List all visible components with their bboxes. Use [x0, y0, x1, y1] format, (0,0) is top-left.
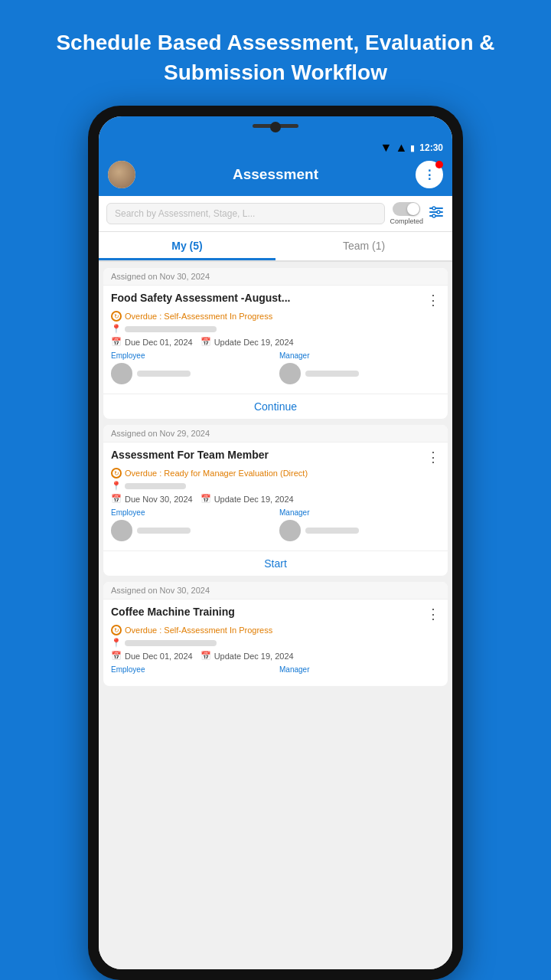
- card-action-1[interactable]: Continue: [103, 394, 448, 419]
- due-date-3: 📅 Due Dec 01, 2024: [111, 651, 193, 661]
- location-pin-2: 📍: [111, 481, 122, 491]
- manager-label-2: Manager: [279, 508, 440, 517]
- location-row-3: 📍: [111, 638, 440, 648]
- toggle-switch[interactable]: [393, 202, 420, 216]
- location-bar-3: [125, 640, 217, 646]
- toggle-label: Completed: [390, 217, 423, 225]
- card-title-1: Food Safety Assessment -August...: [111, 292, 422, 304]
- calendar-icon-2: 📅: [111, 494, 122, 504]
- search-area: Search by Assessment, Stage, L... Comple…: [99, 196, 452, 232]
- status-text-1: Overdue : Self-Assessment In Progress: [125, 312, 272, 321]
- people-row-2: Employee Manager: [111, 508, 440, 541]
- svg-point-5: [432, 214, 435, 217]
- card-menu-2[interactable]: ⋮: [422, 449, 440, 466]
- calendar-icon-2b: 📅: [201, 494, 211, 504]
- dates-row-2: 📅 Due Nov 30, 2024 📅 Update Dec 19, 2024: [111, 494, 440, 504]
- card-menu-3[interactable]: ⋮: [422, 606, 440, 622]
- calendar-icon-3b: 📅: [201, 651, 211, 661]
- card-menu-1[interactable]: ⋮: [422, 292, 440, 309]
- card-action-2[interactable]: Start: [103, 550, 448, 576]
- manager-name-1: [305, 371, 359, 377]
- app-header: Assessment ⋮: [99, 156, 452, 196]
- camera: [270, 122, 281, 132]
- employee-info-2: [111, 520, 272, 541]
- completed-toggle[interactable]: Completed: [390, 202, 423, 225]
- signal-icon: ▲: [395, 141, 407, 155]
- manager-block-1: Manager: [279, 351, 440, 384]
- assessment-card-1: Assigned on Nov 30, 2024 Food Safety Ass…: [103, 268, 448, 419]
- wifi-icon: ▼: [380, 141, 393, 155]
- location-pin-3: 📍: [111, 638, 122, 648]
- due-date-1: 📅 Due Dec 01, 2024: [111, 337, 193, 347]
- manager-info-1: [279, 363, 440, 384]
- cards-list: Assigned on Nov 30, 2024 Food Safety Ass…: [99, 262, 452, 969]
- employee-avatar-1: [111, 363, 132, 384]
- manager-avatar-1: [279, 363, 301, 384]
- svg-point-3: [432, 207, 435, 210]
- filter-icon[interactable]: [428, 204, 445, 224]
- employee-label-2: Employee: [111, 508, 272, 517]
- search-input[interactable]: Search by Assessment, Stage, L...: [106, 203, 385, 224]
- manager-name-2: [305, 528, 359, 534]
- update-date-2: 📅 Update Dec 19, 2024: [201, 494, 294, 504]
- manager-avatar-2: [279, 520, 301, 541]
- employee-block-3: Employee: [111, 665, 272, 677]
- tab-team[interactable]: Team (1): [276, 232, 452, 260]
- manager-info-2: [279, 520, 440, 541]
- employee-block-1: Employee: [111, 351, 272, 384]
- employee-avatar-2: [111, 520, 132, 541]
- location-pin-1: 📍: [111, 324, 122, 334]
- phone-notch: [99, 116, 452, 138]
- notification-dot: [435, 161, 443, 168]
- status-icons: ▼ ▲ ▮: [380, 141, 416, 155]
- manager-label-3: Manager: [279, 665, 440, 674]
- status-row-3: ↻ Overdue : Self-Assessment In Progress: [111, 625, 440, 635]
- employee-name-2: [137, 528, 191, 534]
- status-text-3: Overdue : Self-Assessment In Progress: [125, 626, 272, 635]
- status-time: 12:30: [419, 142, 443, 153]
- toggle-knob: [407, 203, 419, 215]
- dates-row-1: 📅 Due Dec 01, 2024 📅 Update Dec 19, 2024: [111, 337, 440, 347]
- hero-title: Schedule Based Assessment, Evaluation & …: [0, 0, 551, 106]
- manager-block-3: Manager: [279, 665, 440, 677]
- dates-row-3: 📅 Due Dec 01, 2024 📅 Update Dec 19, 2024: [111, 651, 440, 661]
- app-title: Assessment: [233, 166, 318, 183]
- due-date-2: 📅 Due Nov 30, 2024: [111, 494, 193, 504]
- card-header-2: Assigned on Nov 29, 2024: [103, 425, 448, 443]
- status-bar: ▼ ▲ ▮ 12:30: [99, 138, 452, 156]
- card-title-2: Assessment For Team Member: [111, 449, 422, 461]
- status-dot-3: ↻: [111, 625, 122, 635]
- status-row-1: ↻ Overdue : Self-Assessment In Progress: [111, 311, 440, 322]
- card-body-2: Assessment For Team Member ⋮ ↻ Overdue :…: [103, 443, 448, 550]
- card-title-3: Coffee Machine Training: [111, 606, 422, 618]
- calendar-icon-1: 📅: [111, 337, 122, 347]
- update-date-3: 📅 Update Dec 19, 2024: [201, 651, 294, 661]
- header-right: ⋮: [416, 161, 443, 188]
- location-row-2: 📍: [111, 481, 440, 491]
- tab-my[interactable]: My (5): [99, 232, 276, 260]
- search-placeholder: Search by Assessment, Stage, L...: [115, 208, 255, 219]
- location-row-1: 📍: [111, 324, 440, 334]
- avatar[interactable]: [108, 161, 135, 188]
- status-dot-1: ↻: [111, 311, 122, 322]
- update-date-1: 📅 Update Dec 19, 2024: [201, 337, 294, 347]
- location-bar-1: [125, 326, 217, 332]
- avatar-image: [108, 161, 135, 188]
- people-row-1: Employee Manager: [111, 351, 440, 384]
- manager-label-1: Manager: [279, 351, 440, 360]
- card-body-3: Coffee Machine Training ⋮ ↻ Overdue : Se…: [103, 599, 448, 686]
- status-dot-2: ↻: [111, 468, 122, 479]
- card-header-3: Assigned on Nov 30, 2024: [103, 582, 448, 599]
- manager-block-2: Manager: [279, 508, 440, 541]
- phone-device: ▼ ▲ ▮ 12:30 Assessment ⋮ Search by Asses…: [88, 106, 463, 980]
- battery-icon: ▮: [410, 143, 415, 153]
- svg-point-4: [437, 211, 440, 214]
- employee-label-1: Employee: [111, 351, 272, 360]
- calendar-icon-3: 📅: [111, 651, 122, 661]
- assessment-card-3: Assigned on Nov 30, 2024 Coffee Machine …: [103, 582, 448, 686]
- assessment-card-2: Assigned on Nov 29, 2024 Assessment For …: [103, 425, 448, 576]
- calendar-icon-1b: 📅: [201, 337, 211, 347]
- employee-label-3: Employee: [111, 665, 272, 674]
- employee-info-1: [111, 363, 272, 384]
- card-title-row-1: Food Safety Assessment -August... ⋮: [111, 292, 440, 309]
